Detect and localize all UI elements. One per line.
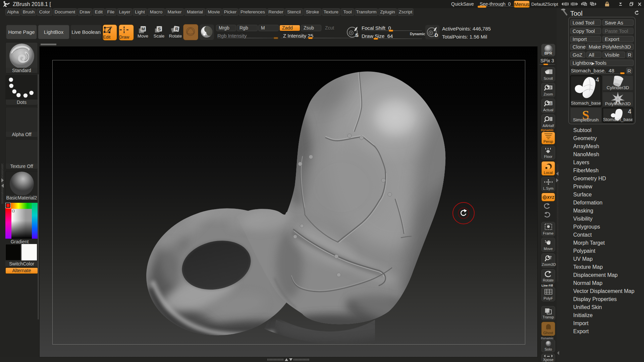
svg-text:XYZ: XYZ	[547, 195, 554, 199]
svg-text:M: M	[142, 26, 145, 32]
svg-text:S: S	[355, 32, 359, 38]
svg-text:R: R	[175, 26, 178, 32]
svg-text:S: S	[158, 26, 161, 32]
svg-text:D: D	[435, 33, 438, 38]
